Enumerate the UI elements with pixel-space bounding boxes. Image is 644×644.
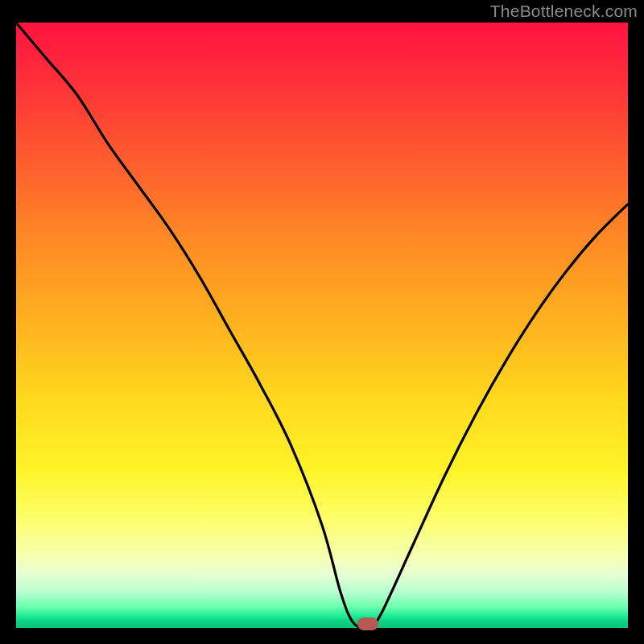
optimal-point-marker (357, 617, 378, 630)
watermark-text: TheBottleneck.com (490, 2, 638, 21)
bottleneck-curve (16, 23, 628, 628)
plot-area (16, 23, 628, 628)
chart-frame: TheBottleneck.com (0, 0, 644, 644)
